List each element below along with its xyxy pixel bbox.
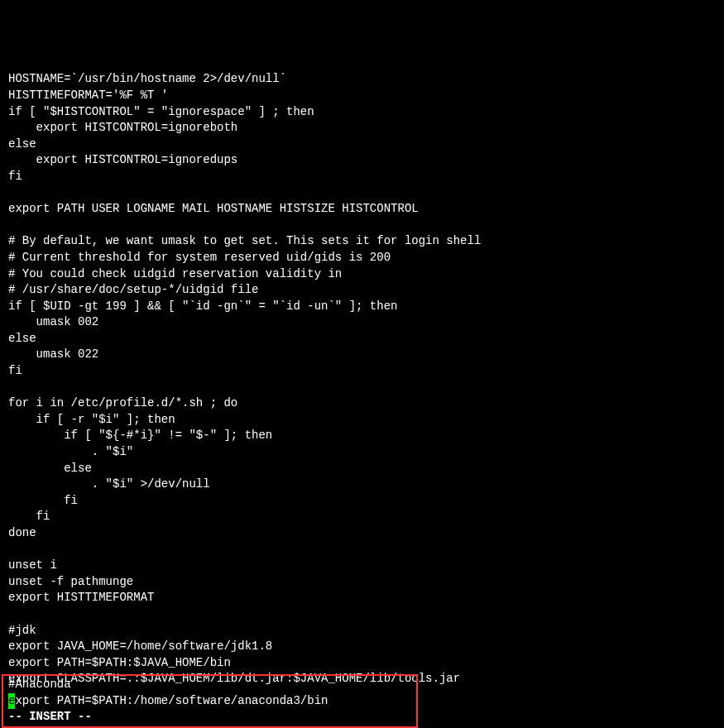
code-line: export PATH=$PATH:$JAVA_HOME/bin: [8, 655, 716, 672]
code-line: unset i: [8, 558, 716, 574]
code-line: #jdk: [8, 623, 716, 639]
code-line: export HISTCONTROL=ignoredups: [8, 152, 716, 169]
code-line: export HISTCONTROL=ignoreboth: [8, 120, 716, 136]
code-line: # Current threshold for system reserved …: [8, 250, 716, 266]
code-line: export JAVA_HOME=/home/software/jdk1.8: [8, 639, 716, 655]
code-line: # You could check uidgid reservation val…: [8, 266, 716, 283]
code-line: fi: [8, 169, 716, 185]
code-line: if [ "$HISTCONTROL" = "ignorespace" ] ; …: [8, 104, 716, 121]
code-line: HOSTNAME=`/usr/bin/hostname 2>/dev/null`: [8, 71, 716, 88]
code-line: fi: [8, 493, 716, 510]
code-line: fi: [8, 363, 716, 380]
code-line: [8, 606, 716, 623]
code-line: . "$i": [8, 444, 716, 461]
code-line: else: [8, 331, 716, 347]
vim-mode-indicator: -- INSERT --: [8, 709, 411, 726]
code-line: [8, 185, 716, 202]
code-line: export HISTTIMEFORMAT: [8, 590, 716, 606]
code-line: unset -f pathmunge: [8, 574, 716, 591]
code-line: [8, 542, 716, 558]
code-line: # By default, we want umask to get set. …: [8, 233, 716, 250]
code-line: else: [8, 136, 716, 153]
mode-name: INSERT: [29, 710, 70, 723]
export-text: xport PATH=$PATH:/home/software/anaconda…: [15, 694, 328, 707]
code-line: [8, 218, 716, 234]
code-line: umask 002: [8, 314, 716, 331]
code-line: [8, 380, 716, 396]
highlighted-section: #Anacondaexport PATH=$PATH:/home/softwar…: [2, 674, 418, 728]
code-line: else: [8, 461, 716, 477]
code-line: if [ -r "$i" ]; then: [8, 412, 716, 429]
code-line: # /usr/share/doc/setup-*/uidgid file: [8, 282, 716, 299]
anaconda-comment: #Anaconda: [8, 677, 411, 693]
code-line: umask 022: [8, 347, 716, 363]
anaconda-export-line: export PATH=$PATH:/home/software/anacond…: [8, 693, 411, 710]
code-line: if [ "${-#*i}" != "$-" ]; then: [8, 428, 716, 444]
code-line: . "$i" >/dev/null: [8, 477, 716, 493]
code-line: fi: [8, 509, 716, 525]
code-line: if [ $UID -gt 199 ] && [ "`id -gn`" = "`…: [8, 299, 716, 315]
code-line: for i in /etc/profile.d/*.sh ; do: [8, 395, 716, 412]
code-line: done: [8, 525, 716, 542]
editor-content[interactable]: HOSTNAME=`/usr/bin/hostname 2>/dev/null`…: [8, 71, 716, 687]
code-line: HISTTIMEFORMAT='%F %T ': [8, 88, 716, 104]
code-line: export PATH USER LOGNAME MAIL HOSTNAME H…: [8, 201, 716, 218]
